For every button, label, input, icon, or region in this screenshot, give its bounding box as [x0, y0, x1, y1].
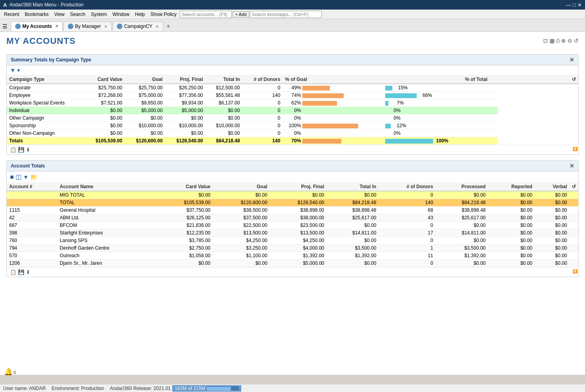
campaign-type-cell: Employee: [7, 92, 84, 99]
summary-table-row: Sponsorship$0.00$10,000.00$10,000.00$10,…: [7, 122, 578, 130]
add-tab-button[interactable]: +: [164, 23, 172, 30]
menu-help[interactable]: Help: [133, 11, 148, 18]
account-icon1[interactable]: ■: [10, 173, 14, 181]
export-icon[interactable]: 📋: [10, 147, 16, 153]
name-cell: Denhoff Garden Centre: [57, 244, 156, 252]
processed-cell: $84,218.48: [435, 199, 488, 207]
reported-cell: $0.00: [488, 237, 535, 244]
account-icon2[interactable]: ◫: [16, 173, 22, 181]
pct-total-cell: 0%: [383, 130, 463, 137]
donors-cell: 43: [379, 214, 436, 222]
col-pct-goal: % of Goal: [283, 75, 383, 84]
menu-bookmarks[interactable]: Bookmarks: [22, 11, 51, 18]
remove-icon[interactable]: ⊖: [567, 37, 572, 44]
search-accounts-input[interactable]: [180, 11, 232, 18]
menu-window[interactable]: Window: [110, 11, 132, 18]
download-icon[interactable]: ⬇: [26, 147, 30, 153]
processed-cell: $25,617.00: [435, 214, 488, 222]
verbal-cell: $0.00: [535, 260, 569, 267]
menu-show-policy[interactable]: Show Policy: [148, 11, 179, 18]
status-separator2: [106, 386, 108, 391]
col-acct-total-in: Total In: [327, 183, 379, 191]
tab-by-manager[interactable]: By Manager ✕: [63, 22, 112, 31]
acct-cell: 42: [7, 214, 57, 222]
campaign-type-cell: Workplace Special Events: [7, 99, 84, 107]
menu-recent[interactable]: Recent: [2, 11, 22, 18]
window-controls[interactable]: — □ ✕: [566, 2, 582, 8]
reported-cell: $0.00: [488, 229, 535, 237]
cardValue-cell: $2,750.00: [156, 244, 213, 252]
campaign-type-cell: Other Campaign: [7, 114, 84, 122]
col-acct-proj-final: Proj. Final: [270, 183, 327, 191]
menu-system[interactable]: System: [89, 11, 109, 18]
totalIn-cell: $0.00: [205, 130, 242, 137]
account-scroll[interactable]: ⏬: [572, 183, 578, 277]
minimize-button[interactable]: —: [566, 2, 571, 8]
donors-cell: 0: [242, 84, 283, 92]
expand-icon[interactable]: ⊡: [543, 37, 548, 44]
goal-cell: $120,600.00: [213, 199, 270, 207]
acct-export-icon[interactable]: 📋: [10, 269, 16, 275]
summary-bottom-toolbar: 📋 💾 ⬇: [7, 145, 578, 154]
cardValue-cell: $0.00: [84, 130, 124, 137]
col-goal: Goal: [125, 75, 165, 84]
totalIn-cell: $84,218.48: [327, 199, 379, 207]
totalIn-cell: $0.00: [205, 107, 242, 114]
menu-view[interactable]: View: [52, 11, 67, 18]
projFinal-cell: $38,000.00: [270, 214, 327, 222]
tab-my-accounts[interactable]: My Accounts ✕: [11, 22, 63, 31]
search-items-input[interactable]: [250, 11, 322, 18]
title-bar: A Andar/360 Main Menu - Production — □ ✕: [0, 0, 585, 10]
save-icon[interactable]: 💾: [18, 147, 24, 153]
menu-search[interactable]: Search: [68, 11, 88, 18]
filter-icon[interactable]: ▼: [10, 67, 16, 73]
account-table-row: 398Starlight Enterprises$12,235.00$13,50…: [7, 229, 578, 237]
goal-cell: $0.00: [213, 260, 270, 267]
summary-table-row: Employee$72,268.00$75,000.00$77,356.00$5…: [7, 92, 578, 99]
reported-cell: $0.00: [488, 207, 535, 214]
col-total-in: Total In: [205, 75, 242, 84]
account-filter-icon[interactable]: ▼: [23, 174, 29, 180]
projFinal-cell: $38,898.00: [270, 207, 327, 214]
refresh-icon[interactable]: ↺: [574, 37, 579, 44]
processed-cell: $3,500.00: [435, 244, 488, 252]
close-button[interactable]: ✕: [577, 2, 582, 8]
maximize-button[interactable]: □: [573, 2, 576, 8]
summary-panel-header: Summary Totals by Campaign Type ✕: [7, 55, 578, 65]
summary-table-row: Other Campaign$0.00$0.00$0.00$0.0000% 0%: [7, 114, 578, 122]
summary-panel-close[interactable]: ✕: [569, 57, 574, 63]
verbal-cell: $0.00: [535, 191, 569, 199]
cardValue-cell: $0.00: [156, 260, 213, 267]
acct-scroll-down-arrow[interactable]: ⏬: [573, 269, 577, 274]
summary-panel-title: Summary Totals by Campaign Type: [11, 57, 91, 63]
reported-cell: $0.00: [488, 222, 535, 229]
tab-close-campaign-cy[interactable]: ✕: [156, 24, 159, 29]
goal-cell: $5,000.00: [125, 107, 165, 114]
filter-dropdown-icon[interactable]: ▾: [17, 67, 20, 73]
summary-scroll[interactable]: ⏬: [572, 75, 578, 154]
print-icon[interactable]: ⎙: [556, 37, 559, 44]
tab-close-my-accounts[interactable]: ✕: [55, 24, 58, 28]
hamburger-menu[interactable]: ☰: [2, 23, 8, 30]
goal-cell: $0.00: [125, 114, 165, 122]
notification-bell[interactable]: 🔔0: [4, 367, 16, 376]
tab-campaign-cy[interactable]: CampaignCY ✕: [112, 22, 163, 31]
acct-save-icon[interactable]: 💾: [18, 269, 24, 275]
add-button[interactable]: + Add: [232, 11, 249, 18]
acct-cell: [7, 199, 57, 207]
account-table-header: Account # Account Name Card Value Goal P…: [7, 183, 578, 191]
scroll-down-arrow[interactable]: ⏬: [573, 147, 577, 151]
reported-cell: $0.00: [488, 191, 535, 199]
tab-close-by-manager[interactable]: ✕: [104, 24, 107, 29]
goal-cell: $1,100.00: [213, 252, 270, 260]
processed-cell: $0.00: [435, 222, 488, 229]
acct-download-icon[interactable]: ⬇: [26, 269, 30, 275]
account-folder-icon[interactable]: 📁: [30, 174, 37, 180]
menu-bar: Recent Bookmarks View Search System Wind…: [0, 10, 585, 19]
account-panel-close[interactable]: ✕: [569, 163, 574, 169]
grid-icon[interactable]: ▦: [550, 37, 555, 44]
page-title: MY ACCOUNTS: [6, 36, 76, 46]
projFinal-cell: $5,000.00: [270, 260, 327, 267]
add-icon[interactable]: ⊕: [561, 37, 566, 44]
projFinal-cell: $1,392.00: [270, 252, 327, 260]
